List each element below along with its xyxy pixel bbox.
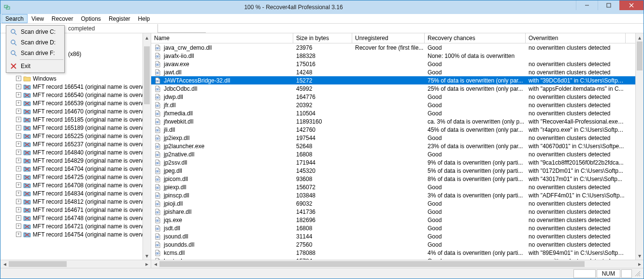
tree-item-mft[interactable]: +MFT record 164834 (original name is ove… <box>0 189 143 197</box>
dropdown-scan-d[interactable]: Scan drive D: <box>7 37 63 48</box>
expander-icon[interactable]: + <box>16 84 21 89</box>
tree-item-mft[interactable]: +MFT record 166541 (original name is ove… <box>0 83 143 91</box>
tree-item-mft[interactable]: +MFT record 164840 (original name is ove… <box>0 148 143 156</box>
close-button[interactable] <box>619 0 644 10</box>
scroll-right-icon[interactable]: ▸ <box>143 260 151 268</box>
expander-icon[interactable]: + <box>16 182 21 188</box>
list-row[interactable]: java_crw_demo.dll 23976 Recover for free… <box>151 43 635 52</box>
list-row[interactable]: jfr.dll 20392 Good no overwritten cluste… <box>151 101 635 109</box>
list-row[interactable]: javafx-iio.dll 188328 None: 100% of data… <box>151 52 635 60</box>
tree-item-mft[interactable]: +MFT record 164748 (original name is ove… <box>0 214 143 222</box>
expander-icon[interactable]: + <box>16 133 21 139</box>
list-row[interactable]: jpicom.dll 93608 8% of data is overwritt… <box>151 175 635 183</box>
expander-icon[interactable]: + <box>16 109 21 114</box>
list-row[interactable]: kcms.dll 178088 4% of data is overwritte… <box>151 249 635 257</box>
list-row[interactable]: jsoundds.dll 27560 Good no overwritten c… <box>151 240 635 249</box>
expander-icon[interactable]: + <box>16 174 21 180</box>
dropdown-scan-f[interactable]: Scan drive F: <box>7 48 63 58</box>
tree-scrollbar-vertical[interactable]: ▴ ▾ <box>143 33 151 260</box>
list-row[interactable]: jfxwebkit.dll 11893160 ca. 3% of data is… <box>151 117 635 126</box>
expander-icon[interactable]: + <box>16 141 21 147</box>
scrollbar-thumb[interactable] <box>9 261 67 267</box>
column-unregistered[interactable]: Unregistered <box>352 33 425 43</box>
expander-icon[interactable]: + <box>16 166 21 171</box>
column-recovery[interactable]: Recovery chances <box>425 33 526 43</box>
list-scrollbar-vertical[interactable]: ▴ ▾ <box>635 33 644 260</box>
expander-icon[interactable]: + <box>16 199 21 204</box>
tree-item-mft[interactable]: +MFT record 164725 (original name is ove… <box>0 173 143 181</box>
column-overwritten[interactable]: Overwritten <box>526 33 626 43</box>
scroll-down-icon[interactable]: ▾ <box>143 251 151 260</box>
tree-item-mft[interactable]: +MFT record 164829 (original name is ove… <box>0 156 143 165</box>
list-row[interactable]: jp2ssv.dll 171944 9% of data is overwrit… <box>151 158 635 167</box>
expander-icon[interactable]: + <box>16 100 21 106</box>
expander-icon[interactable]: + <box>16 117 21 122</box>
list-row[interactable]: jp2native.dll 16808 Good no overwritten … <box>151 150 635 158</box>
expander-icon[interactable]: + <box>16 215 21 221</box>
scroll-right-icon[interactable]: ▸ <box>635 260 644 268</box>
resize-grip-icon[interactable] <box>634 270 642 278</box>
dropdown-scan-c[interactable]: Scan drive C: <box>7 27 63 37</box>
tree-item-mft[interactable]: +MFT record 166539 (original name is ove… <box>0 99 143 107</box>
tree-item-mft[interactable]: +MFT record 164721 (original name is ove… <box>0 222 143 230</box>
tree-item-mft[interactable]: +MFT record 164671 (original name is ove… <box>0 206 143 214</box>
menu-search[interactable]: Search <box>1 14 28 23</box>
list-row[interactable]: jli.dll 142760 45% of data is overwritte… <box>151 126 635 134</box>
list-row[interactable]: jqs.exe 182696 Good no overwritten clust… <box>151 216 635 224</box>
list-row[interactable]: jpishare.dll 141736 Good no overwritten … <box>151 208 635 216</box>
tree-item-mft[interactable]: +MFT record 165225 (original name is ove… <box>0 132 143 140</box>
dropdown-exit[interactable]: Exit <box>7 61 63 71</box>
list-row[interactable]: jp2launcher.exe 52648 23% of data is ove… <box>151 142 635 150</box>
list-row[interactable]: JAWTAccessBridge-32.dll 15272 75% of dat… <box>151 76 635 84</box>
menu-register[interactable]: Register <box>105 14 134 23</box>
list-row[interactable]: jpioji.dll 69032 Good no overwritten clu… <box>151 199 635 208</box>
list-row[interactable]: jfxmedia.dll 110504 Good no overwritten … <box>151 109 635 117</box>
tree-item-mft[interactable]: +MFT record 164754 (original name is ove… <box>0 230 143 238</box>
expander-icon[interactable]: + <box>16 232 21 237</box>
list-row[interactable]: keytool.exe 15784 Good no overwritten cl… <box>151 257 635 260</box>
tree-item-mft[interactable]: +MFT record 165189 (original name is ove… <box>0 124 143 132</box>
list-row[interactable]: jpeg.dll 145320 5% of data is overwritte… <box>151 167 635 175</box>
list-row[interactable]: javaw.exe 175016 Good no overwritten clu… <box>151 60 635 68</box>
list-row[interactable]: jpinscp.dll 103848 3% of data is overwri… <box>151 191 635 199</box>
tree-item-mft[interactable]: +MFT record 166540 (original name is ove… <box>0 91 143 99</box>
expander-icon[interactable]: + <box>16 223 21 229</box>
scrollbar-thumb[interactable] <box>159 261 585 267</box>
menu-options[interactable]: Options <box>77 14 105 23</box>
tree-item-mft[interactable]: +MFT record 164708 (original name is ove… <box>0 181 143 189</box>
expander-icon[interactable]: + <box>16 92 21 98</box>
scrollbar-thumb[interactable] <box>637 42 643 70</box>
column-name[interactable]: Name <box>151 33 293 43</box>
scroll-left-icon[interactable]: ◂ <box>0 260 9 268</box>
expander-icon[interactable]: + <box>16 150 21 155</box>
list-row[interactable]: jsound.dll 31144 Good no overwritten clu… <box>151 232 635 240</box>
list-row[interactable]: jawt.dll 14248 Good no overwritten clust… <box>151 68 635 76</box>
scroll-up-icon[interactable]: ▴ <box>636 33 644 42</box>
tree-item-mft[interactable]: +MFT record 165185 (original name is ove… <box>0 115 143 124</box>
list-row[interactable]: jdwp.dll 164776 Good no overwritten clus… <box>151 93 635 101</box>
tree-scrollbar-horizontal[interactable]: ◂ ▸ <box>0 260 151 268</box>
scroll-left-icon[interactable]: ◂ <box>151 260 159 268</box>
list-row[interactable]: jpiexp.dll 156072 Good no overwritten cl… <box>151 183 635 191</box>
tree-item-mft[interactable]: +MFT record 164812 (original name is ove… <box>0 197 143 206</box>
expander-icon[interactable]: + <box>16 76 21 81</box>
expander-icon[interactable]: + <box>16 207 21 212</box>
menu-view[interactable]: View <box>28 14 48 23</box>
expander-icon[interactable]: + <box>16 125 21 130</box>
list-scrollbar-horizontal[interactable]: ◂ ▸ <box>151 260 644 268</box>
column-size[interactable]: Size in bytes <box>293 33 352 43</box>
minimize-button[interactable] <box>576 0 598 10</box>
list-row[interactable]: JdbcOdbc.dll 45992 25% of data is overwr… <box>151 84 635 93</box>
scroll-down-icon[interactable]: ▾ <box>636 251 644 260</box>
tree-item-mft[interactable]: +MFT record 164670 (original name is ove… <box>0 107 143 115</box>
menu-recover[interactable]: Recover <box>48 14 77 23</box>
menu-help[interactable]: Help <box>134 14 154 23</box>
expander-icon[interactable]: + <box>16 191 21 196</box>
scrollbar-thumb[interactable] <box>144 46 150 104</box>
list-row[interactable]: jp2iexp.dll 197544 Good no overwritten c… <box>151 134 635 142</box>
tree-item-mft[interactable]: +MFT record 164704 (original name is ove… <box>0 165 143 173</box>
tree-item-mft[interactable]: +MFT record 165237 (original name is ove… <box>0 140 143 148</box>
expander-icon[interactable]: + <box>16 158 21 163</box>
scroll-up-icon[interactable]: ▴ <box>143 33 151 42</box>
maximize-button[interactable] <box>598 0 619 10</box>
